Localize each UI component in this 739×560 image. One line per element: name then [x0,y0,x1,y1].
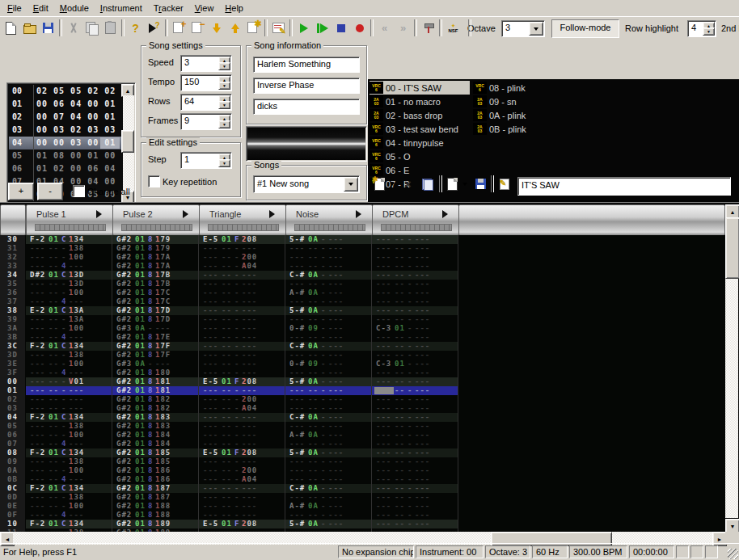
instrument-editor-button[interactable]: ✎ [269,19,288,37]
save-instrument-button[interactable] [471,175,490,193]
pattern-cell[interactable]: ------13A [26,315,112,324]
pattern-row-10[interactable]: 10F-201C134G#2018189E-501F2085-#0A------… [0,520,725,528]
pattern-row-38[interactable]: 38E-201C13AG#201817D---------5-#0A------… [0,306,725,315]
pattern-cell[interactable]: G#201817B [112,280,199,288]
next-song-button[interactable]: » [394,19,412,37]
cut-button[interactable] [64,19,82,37]
pattern-cell[interactable]: A-#0A---- [285,431,372,440]
instrument-item-03[interactable]: VRC603 - test saw bend [370,122,470,136]
pattern-cell[interactable]: ------100 [26,466,112,475]
pattern-cell[interactable]: -----4--- [26,333,112,342]
pattern-cell[interactable]: --------- [199,342,285,351]
pattern-cell[interactable]: G#201817D [112,306,199,315]
resize-grip[interactable] [728,549,738,559]
pattern-cell[interactable]: --------- [199,368,285,377]
pattern-cell[interactable]: ------138 [26,422,112,431]
frame-row-02[interactable]: 0200 07 04 00 01 [9,111,122,124]
pattern-cell[interactable]: ------200 [199,395,285,404]
pattern-editor[interactable]: Pulse 1Pulse 2TriangleNoiseDPCM 30F-201C… [0,202,739,545]
pattern-cell[interactable]: --------- [285,475,372,484]
menu-item-view[interactable]: View [189,2,220,15]
pattern-cell[interactable]: G#2018188 [112,511,199,520]
pattern-row-3C[interactable]: 3CF-201C134G#201817F---------C-#0A------… [0,342,725,351]
instrument-item-09[interactable]: 2A0309 - sn [473,95,573,108]
pattern-row-0B[interactable]: 0B-----4---G#2018186------A04-----------… [0,475,725,484]
new-file-button[interactable] [2,19,20,37]
frame-row-01[interactable]: 0100 06 04 00 01 [9,98,122,111]
pattern-cell[interactable]: --------- [372,457,458,466]
pattern-cell[interactable]: --------- [372,271,458,280]
pattern-cell[interactable]: --------- [372,422,458,431]
pattern-cell[interactable]: --------- [26,395,112,404]
octave-select[interactable]: 3 [501,20,545,37]
pattern-cell[interactable]: G#201817A [112,262,199,271]
pattern-cell[interactable]: ------100 [26,431,112,440]
new-instrument-button[interactable]: ✱ [370,175,389,193]
pattern-cell[interactable]: ------200 [199,253,285,262]
pattern-cell[interactable]: E-501F208 [199,235,285,244]
pattern-cell[interactable]: --------- [199,431,285,440]
frame-vscroll-thumb[interactable] [121,130,134,153]
pattern-row-05[interactable]: 05------138G#2018183--------------------… [0,422,725,431]
frame-row-04[interactable]: 0400 00 03 00 01 [9,137,122,149]
pattern-cell[interactable]: 5-#0A---- [285,520,372,528]
pattern-cell[interactable]: --------- [372,475,458,484]
pattern-cell[interactable]: --------- [199,386,285,395]
move-frame-down-button[interactable] [207,19,226,37]
pattern-cell[interactable]: C-#0A---- [285,271,372,280]
pattern-cell[interactable]: E-201C13A [26,306,112,315]
pattern-cell[interactable]: C-301---- [372,360,458,368]
load-instrument-button[interactable] [443,175,462,193]
pattern-cell[interactable]: --------- [199,271,285,280]
pattern-cell[interactable]: --------- [285,395,372,404]
instrument-item-02[interactable]: 2A0302 - bass drop [370,108,470,122]
instrument-item-05[interactable]: VRC605 - O [370,149,470,163]
pattern-cell[interactable]: --------- [199,306,285,315]
frame-row-06[interactable]: 0601 02 00 06 04 [9,162,122,175]
pattern-row-00[interactable]: 00------V01G#2018181E-501F2085-#0A------… [0,377,725,386]
pattern-row-39[interactable]: 39------13AG#201817D--------------------… [0,315,725,324]
pattern-cell[interactable]: --------- [285,440,372,448]
frame-row-00[interactable]: 0002 05 05 02 02 [9,85,122,98]
song-copyright-input[interactable]: dicks [253,99,360,115]
pattern-cell[interactable]: --------- [285,280,372,288]
pattern-cell[interactable]: C-#0A---- [285,342,372,351]
pattern-row-07[interactable]: 07-----4---G#2018184--------------------… [0,440,725,448]
pattern-row-34[interactable]: 34D#201C13DG#201817B---------C-#0A------… [0,271,725,280]
pattern-cell[interactable]: E-501F208 [199,448,285,457]
pattern-cell[interactable]: --------- [26,404,112,413]
pattern-row-06[interactable]: 06------100G#2018184---------A-#0A------… [0,431,725,440]
pattern-cell[interactable]: --------- [372,404,458,413]
pattern-cell[interactable]: F-201C134 [26,342,112,351]
pattern-cell[interactable]: G#30A---- [112,324,199,333]
pattern-cell[interactable]: --------- [199,324,285,333]
spin-down-icon[interactable]: ▼ [218,101,230,110]
spin-down-icon[interactable]: ▼ [703,27,715,36]
pattern-cell[interactable]: --------- [285,511,372,520]
frame-row-03[interactable]: 0300 03 02 03 03 [9,124,122,137]
pattern-cell[interactable]: --------- [285,422,372,431]
change-all-checkbox[interactable] [73,185,85,197]
pattern-cell[interactable]: G#2018183 [112,413,199,422]
pattern-cell[interactable]: --------- [199,413,285,422]
pattern-cell[interactable]: G#2018182 [112,395,199,404]
pattern-cell[interactable]: G#2018189 [112,520,199,528]
menu-item-instrument[interactable]: Instrument [95,2,148,15]
pattern-row-01[interactable]: 01---------G#2018181--------------------… [0,386,725,395]
pattern-cell[interactable]: --------- [372,386,458,395]
pattern-cell[interactable]: -----4--- [26,262,112,271]
pattern-cell[interactable]: --------- [372,253,458,262]
pattern-cell[interactable]: ------A04 [199,475,285,484]
pattern-cell[interactable]: ------100 [26,502,112,511]
pattern-cell[interactable]: G#2018184 [112,431,199,440]
pattern-cell[interactable]: --------- [199,422,285,431]
pattern-cell[interactable]: G#201817F [112,351,199,360]
pattern-cell[interactable]: G#2018179 [112,244,199,253]
pattern-cell[interactable]: ------138 [26,457,112,466]
pattern-cell[interactable]: G#2018187 [112,484,199,493]
frames-spinner[interactable]: 9▲▼ [180,113,232,130]
pattern-cell[interactable]: A-#0A---- [285,502,372,511]
pattern-cell[interactable]: F-201C134 [26,520,112,528]
pattern-cell[interactable]: --------- [372,502,458,511]
pattern-cell[interactable]: ------13D [26,280,112,288]
